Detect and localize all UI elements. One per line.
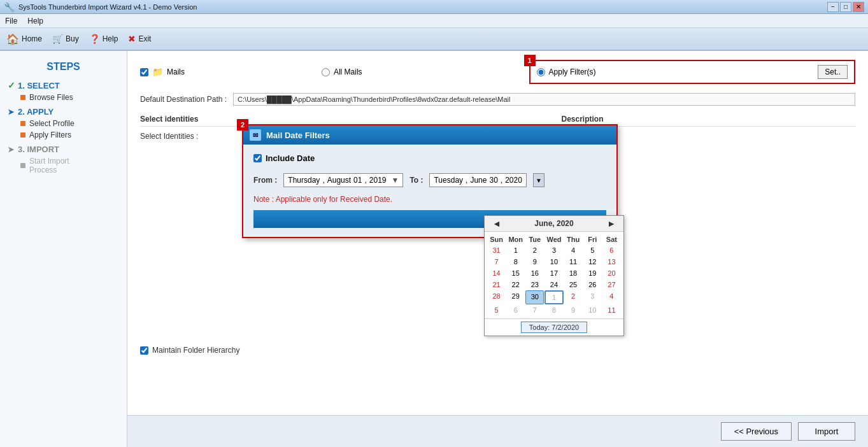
calendar-day[interactable]: 12 [583, 256, 602, 267]
calendar-next-button[interactable]: ► [604, 218, 618, 229]
calendar-day[interactable]: 31 [487, 245, 506, 256]
calendar-day[interactable]: 10 [544, 256, 563, 267]
calendar-day[interactable]: 27 [602, 279, 621, 290]
calendar-popup: ◄ June, 2020 ► SunMonTueWedThuFriSat 311… [484, 215, 624, 336]
calendar-day[interactable]: 7 [525, 304, 544, 316]
sidebar-step-2: ➤ 2. APPLY Select Profile Apply Filters [8, 107, 119, 139]
calendar-header: ◄ June, 2020 ► [485, 216, 623, 232]
calendar-day[interactable]: 14 [487, 267, 506, 279]
calendar-day[interactable]: 11 [564, 256, 583, 267]
home-button[interactable]: 🏠 Home [6, 33, 42, 45]
home-icon: 🏠 [6, 33, 19, 45]
help-label: Help [103, 34, 118, 43]
calendar-day[interactable]: 1 [506, 245, 525, 256]
titlebar: 🔧 SysTools Thunderbird Import Wizard v4.… [0, 0, 868, 14]
apply-filters-radio[interactable] [537, 68, 545, 76]
calendar-day[interactable]: 16 [525, 267, 544, 279]
calendar-week-row: 567891011 [487, 304, 621, 316]
to-year: 2020 [505, 176, 522, 185]
calendar-day[interactable]: 6 [506, 304, 525, 316]
calendar-day[interactable]: 2 [564, 290, 583, 304]
calendar-day[interactable]: 29 [506, 290, 525, 304]
maintain-folder-checkbox[interactable] [140, 346, 148, 355]
calendar-day[interactable]: 18 [564, 267, 583, 279]
menu-help[interactable]: Help [27, 17, 43, 25]
calendar-day[interactable]: 19 [583, 267, 602, 279]
calendar-day[interactable]: 1 [544, 290, 563, 304]
calendar-day[interactable]: 23 [525, 279, 544, 290]
mails-option: 📁 Mails [140, 67, 322, 77]
mails-checkbox[interactable] [140, 68, 148, 76]
browse-files-label: Browse Files [29, 93, 73, 102]
buy-button[interactable]: 🛒 Buy [52, 34, 79, 44]
previous-button[interactable]: << Previous [721, 422, 792, 441]
calendar-day[interactable]: 3 [583, 290, 602, 304]
calendar-day[interactable]: 5 [487, 304, 506, 316]
calendar-day[interactable]: 8 [506, 256, 525, 267]
mails-label: Mails [167, 67, 185, 76]
step2-header: ➤ 2. APPLY [8, 107, 119, 117]
from-date-dropdown[interactable]: Thursday , August 01 , 2019 ▼ [283, 173, 403, 187]
step3-arrow-icon: ➤ [8, 145, 14, 154]
calendar-day[interactable]: 25 [564, 279, 583, 290]
sidebar-item-browse-files[interactable]: Browse Files [20, 93, 119, 102]
maximize-button[interactable]: □ [840, 2, 851, 12]
calendar-day[interactable]: 20 [602, 267, 621, 279]
sidebar-item-select-profile[interactable]: Select Profile [20, 119, 119, 128]
from-date-val: 01 [353, 176, 362, 185]
minimize-button[interactable]: − [827, 2, 839, 12]
calendar-day[interactable]: 4 [564, 245, 583, 256]
exit-icon: ✖ [128, 34, 136, 44]
sidebar: STEPS ✓ 1. SELECT Browse Files ➤ 2. APPL… [0, 51, 127, 447]
badge-1: 1 [524, 55, 536, 66]
calendar-day[interactable]: 30 [525, 290, 544, 304]
to-dropdown-button[interactable]: ▼ [533, 173, 544, 187]
calendar-day[interactable]: 9 [564, 304, 583, 316]
calendar-day[interactable]: 7 [487, 256, 506, 267]
calendar-day[interactable]: 21 [487, 279, 506, 290]
steps-title: STEPS [8, 61, 119, 73]
calendar-day[interactable]: 3 [544, 245, 563, 256]
calendar-day[interactable]: 11 [602, 304, 621, 316]
exit-button[interactable]: ✖ Exit [128, 34, 151, 44]
calendar-day[interactable]: 10 [583, 304, 602, 316]
from-dropdown-arrow[interactable]: ▼ [391, 176, 399, 185]
set-button[interactable]: Set.. [818, 65, 848, 79]
import-button[interactable]: Import [798, 422, 855, 441]
calendar-day[interactable]: 24 [544, 279, 563, 290]
close-button[interactable]: ✕ [853, 2, 864, 12]
main-layout: STEPS ✓ 1. SELECT Browse Files ➤ 2. APPL… [0, 51, 868, 447]
calendar-today-button[interactable]: Today: 7/2/2020 [521, 322, 587, 333]
all-mails-radio[interactable] [322, 68, 330, 76]
date-range-row: From : Thursday , August 01 , 2019 ▼ To … [253, 173, 606, 187]
menu-file[interactable]: File [5, 17, 17, 25]
calendar-day[interactable]: 17 [544, 267, 563, 279]
to-date-dropdown[interactable]: Tuesday , June 30 , 2020 [429, 173, 526, 187]
apply-filters-dot [20, 132, 25, 138]
calendar-dow: Thu [564, 234, 583, 245]
calendar-dow: Tue [525, 234, 544, 245]
calendar-day[interactable]: 8 [544, 304, 563, 316]
calendar-prev-button[interactable]: ◄ [490, 218, 504, 229]
help-button[interactable]: ❓ Help [89, 34, 118, 44]
calendar-day[interactable]: 9 [525, 256, 544, 267]
calendar-day[interactable]: 15 [506, 267, 525, 279]
calendar-day[interactable]: 2 [525, 245, 544, 256]
calendar-day[interactable]: 4 [602, 290, 621, 304]
include-date-checkbox[interactable] [253, 154, 262, 162]
calendar-day[interactable]: 5 [583, 245, 602, 256]
start-import-label: Start ImportProcess [29, 157, 69, 174]
apply-filters-option: 1 Apply Filter(s) Set.. [529, 60, 855, 84]
calendar-day[interactable]: 26 [583, 279, 602, 290]
calendar-day[interactable]: 13 [602, 256, 621, 267]
sidebar-item-apply-filters[interactable]: Apply Filters [20, 131, 119, 139]
filter-label: Apply Filter(s) [537, 67, 596, 76]
from-day: Thursday [288, 176, 320, 185]
calendar-today-row: Today: 7/2/2020 [485, 318, 623, 336]
to-date-val: 30 [489, 176, 497, 185]
home-label: Home [22, 34, 42, 43]
calendar-week-row: 21222324252627 [487, 279, 621, 290]
calendar-day[interactable]: 22 [506, 279, 525, 290]
calendar-day[interactable]: 6 [602, 245, 621, 256]
calendar-day[interactable]: 28 [487, 290, 506, 304]
